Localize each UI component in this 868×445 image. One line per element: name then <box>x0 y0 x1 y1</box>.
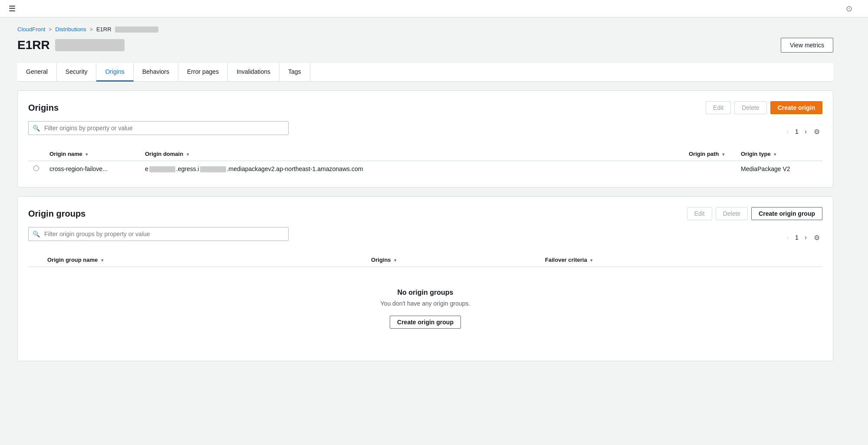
origins-domain-suffix: .mediapackagev2.ap-northeast-1.amazonaws… <box>227 165 363 172</box>
origins-prev-page[interactable]: ‹ <box>784 127 792 136</box>
origin-groups-page-number: 1 <box>793 234 800 241</box>
breadcrumb-current-id: E1RR <box>96 26 112 33</box>
origins-panel-header: Origins Edit Delete Create origin <box>28 101 822 114</box>
tab-tags[interactable]: Tags <box>279 63 310 82</box>
origins-create-button[interactable]: Create origin <box>770 101 822 114</box>
origin-groups-empty-title: No origin groups <box>42 289 809 297</box>
origins-path-sort-icon: ▾ <box>722 152 724 157</box>
origins-delete-button[interactable]: Delete <box>734 101 766 114</box>
page-title: E1RR <box>17 38 125 52</box>
top-bar: ☰ ⊙ <box>0 0 868 17</box>
origin-groups-table: Origin group name ▾ Origins ▾ Failover c… <box>28 253 822 350</box>
origin-groups-search-input[interactable] <box>28 227 289 241</box>
origins-next-page[interactable]: › <box>802 127 809 136</box>
tab-general[interactable]: General <box>17 63 57 82</box>
distribution-id-blurred <box>55 39 125 51</box>
origins-row-type: MediaPackage V2 <box>736 161 822 177</box>
origins-row-radio[interactable] <box>33 165 39 171</box>
origins-table-head: Origin name ▾ Origin domain ▾ Origin pat… <box>28 147 822 161</box>
groups-failover-sort-icon: ▾ <box>590 258 592 263</box>
tab-error-pages[interactable]: Error pages <box>178 63 228 82</box>
tab-security[interactable]: Security <box>57 63 97 82</box>
origins-search-bar: 🔍 <box>28 121 289 135</box>
origins-search-icon: 🔍 <box>33 125 40 132</box>
breadcrumb-cloudfront[interactable]: CloudFront <box>17 26 45 33</box>
origins-row-domain: e .egress.i .mediapackagev2.ap-northeast… <box>140 161 684 177</box>
origin-groups-search-icon: 🔍 <box>33 231 40 237</box>
origin-groups-edit-button[interactable]: Edit <box>687 207 712 220</box>
origins-table-settings[interactable]: ⚙ <box>811 127 822 137</box>
tab-invalidations[interactable]: Invalidations <box>228 63 279 82</box>
origins-col-path[interactable]: Origin path ▾ <box>684 147 736 161</box>
origins-table-body: cross-region-failove... e .egress.i .med… <box>28 161 822 177</box>
distribution-id: E1RR <box>17 38 50 52</box>
main-content: CloudFront > Distributions > E1RR E1RR V… <box>0 17 851 379</box>
origin-groups-empty-desc: You don't have any origin groups. <box>42 300 809 307</box>
origin-groups-empty-row: No origin groups You don't have any orig… <box>28 267 822 351</box>
page-header: E1RR View metrics <box>17 38 833 53</box>
origins-row-path <box>684 161 736 177</box>
tabs-container: General Security Origins Behaviors Error… <box>17 63 833 82</box>
breadcrumb-id-blurred <box>115 26 158 33</box>
breadcrumb-sep-1: > <box>49 26 52 33</box>
origin-groups-prev-page[interactable]: ‹ <box>784 233 792 242</box>
origins-domain-sort-icon: ▾ <box>187 152 189 157</box>
origin-groups-col-failover[interactable]: Failover criteria ▾ <box>540 253 822 267</box>
origins-domain-blurred-1 <box>149 166 175 172</box>
tabs-row: General Security Origins Behaviors Error… <box>17 63 833 82</box>
origin-groups-panel-header: Origin groups Edit Delete Create origin … <box>28 207 822 220</box>
origins-col-select <box>28 147 44 161</box>
origin-groups-pagination: ‹ 1 › ⚙ <box>784 233 822 243</box>
origin-groups-create-button[interactable]: Create origin group <box>751 207 822 220</box>
origin-groups-panel: Origin groups Edit Delete Create origin … <box>17 196 833 361</box>
origin-groups-panel-title: Origin groups <box>28 209 85 219</box>
origin-groups-table-body: No origin groups You don't have any orig… <box>28 267 822 351</box>
origins-col-name[interactable]: Origin name ▾ <box>44 147 140 161</box>
origin-groups-panel-actions: Edit Delete Create origin group <box>687 207 823 220</box>
view-metrics-button[interactable]: View metrics <box>781 38 833 53</box>
origin-groups-col-origins[interactable]: Origins ▾ <box>366 253 540 267</box>
groups-name-sort-icon: ▾ <box>101 258 103 263</box>
breadcrumb: CloudFront > Distributions > E1RR <box>17 26 833 33</box>
origins-domain-blurred-2 <box>200 166 226 172</box>
tab-behaviors[interactable]: Behaviors <box>134 63 178 82</box>
origins-panel: Origins Edit Delete Create origin 🔍 ‹ 1 … <box>17 90 833 188</box>
origin-groups-table-settings[interactable]: ⚙ <box>811 233 822 243</box>
origins-panel-actions: Edit Delete Create origin <box>706 101 822 114</box>
origins-search-input[interactable] <box>28 121 289 135</box>
origin-groups-delete-button[interactable]: Delete <box>716 207 748 220</box>
origin-groups-empty-create-button[interactable]: Create origin group <box>390 316 461 329</box>
origins-table: Origin name ▾ Origin domain ▾ Origin pat… <box>28 147 822 177</box>
top-settings-icon[interactable]: ⊙ <box>846 4 852 13</box>
origin-groups-empty-state: No origin groups You don't have any orig… <box>33 271 817 346</box>
origins-domain-prefix: e <box>145 165 148 172</box>
origins-pagination: ‹ 1 › ⚙ <box>784 127 822 137</box>
origins-edit-button[interactable]: Edit <box>706 101 731 114</box>
origins-row-name: cross-region-failove... <box>44 161 140 177</box>
origin-groups-search-bar: 🔍 <box>28 227 289 241</box>
origin-groups-empty-cell: No origin groups You don't have any orig… <box>28 267 822 351</box>
origins-type-sort-icon: ▾ <box>774 152 776 157</box>
origins-col-type[interactable]: Origin type ▾ <box>736 147 822 161</box>
origin-groups-col-name[interactable]: Origin group name ▾ <box>42 253 366 267</box>
origins-name-sort-icon: ▾ <box>85 152 88 157</box>
origins-row-radio-cell <box>28 161 44 177</box>
origin-groups-next-page[interactable]: › <box>802 233 809 242</box>
breadcrumb-distributions[interactable]: Distributions <box>55 26 86 33</box>
breadcrumb-sep-2: > <box>90 26 93 33</box>
origins-domain-mid: .egress.i <box>176 165 199 172</box>
origins-panel-title: Origins <box>28 103 59 113</box>
tab-origins[interactable]: Origins <box>96 63 133 82</box>
table-row[interactable]: cross-region-failove... e .egress.i .med… <box>28 161 822 177</box>
origins-col-domain[interactable]: Origin domain ▾ <box>140 147 684 161</box>
hamburger-menu[interactable]: ☰ <box>9 4 16 13</box>
groups-origins-sort-icon: ▾ <box>394 258 396 263</box>
origin-groups-col-select <box>28 253 42 267</box>
origin-groups-table-head: Origin group name ▾ Origins ▾ Failover c… <box>28 253 822 267</box>
origins-page-number: 1 <box>793 128 800 135</box>
